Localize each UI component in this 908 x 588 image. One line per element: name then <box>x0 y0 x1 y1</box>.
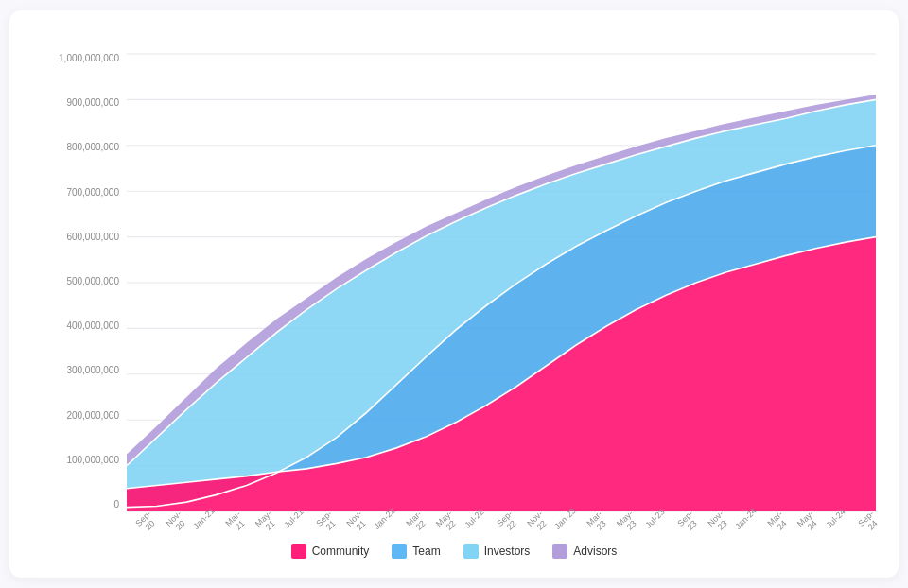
chart-main: 1,000,000,000900,000,000800,000,000700,0… <box>32 54 876 511</box>
y-axis-label: 500,000,000 <box>66 277 119 286</box>
y-axis-label: 100,000,000 <box>66 456 119 465</box>
y-axis-label: 600,000,000 <box>66 233 119 242</box>
legend-item: Investors <box>463 544 531 559</box>
y-axis-label: 200,000,000 <box>66 411 119 421</box>
y-axis-label: 1,000,000,000 <box>59 54 119 63</box>
y-axis: 1,000,000,000900,000,000800,000,000700,0… <box>32 54 127 511</box>
svg-area <box>127 54 876 511</box>
legend-swatch <box>552 544 568 559</box>
legend-label: Advisors <box>573 545 617 558</box>
chart-container: 1,000,000,000900,000,000800,000,000700,0… <box>9 10 899 578</box>
legend: CommunityTeamInvestorsAdvisors <box>32 544 876 562</box>
legend-label: Community <box>312 545 370 558</box>
legend-label: Team <box>412 545 440 558</box>
legend-label: Investors <box>484 545 531 558</box>
legend-swatch <box>291 544 306 559</box>
y-axis-label: 800,000,000 <box>66 143 119 152</box>
y-axis-label: 0 <box>114 500 119 510</box>
y-axis-label: 900,000,000 <box>66 98 119 108</box>
legend-item: Team <box>392 544 440 559</box>
y-axis-label: 700,000,000 <box>66 188 119 198</box>
legend-swatch <box>463 544 479 559</box>
x-axis: Sep-20Nov-20Jan-21Mar-21May-21Jul-21Sep-… <box>127 511 876 534</box>
legend-item: Community <box>291 544 370 559</box>
chart-area: 1,000,000,000900,000,000800,000,000700,0… <box>32 54 876 562</box>
chart-svg <box>127 54 876 511</box>
legend-item: Advisors <box>552 544 617 559</box>
legend-swatch <box>392 544 407 559</box>
y-axis-label: 300,000,000 <box>66 366 119 375</box>
y-axis-label: 400,000,000 <box>66 321 119 331</box>
